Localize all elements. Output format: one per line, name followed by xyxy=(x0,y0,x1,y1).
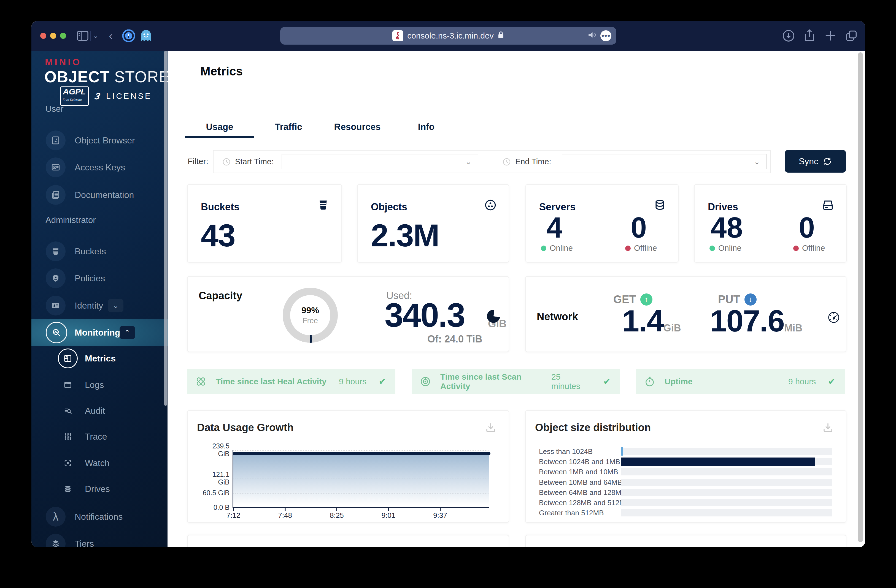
address-bar[interactable]: console.ns-3.ic.min.dev ••• xyxy=(280,27,616,45)
buckets-card: Buckets 43 xyxy=(187,184,342,263)
capacity-donut-text: 99% Free xyxy=(283,288,338,343)
objects-card: Objects 2.3M xyxy=(357,184,509,263)
zoom-window-button[interactable] xyxy=(60,33,66,39)
sidebar-scrollbar[interactable] xyxy=(164,51,167,406)
tab-resources[interactable]: Resources xyxy=(323,117,392,137)
minimize-window-button[interactable] xyxy=(50,33,56,39)
header-divider xyxy=(168,95,865,95)
identity-expand-chevron-icon[interactable]: ⌄ xyxy=(108,299,123,312)
y-tick-label: 121.1 GiB xyxy=(199,471,230,486)
onepassword-extension-icon[interactable] xyxy=(122,29,135,42)
new-tab-icon[interactable] xyxy=(824,30,836,41)
objects-count: 2.3M xyxy=(371,217,439,254)
heal-value: 9 hours xyxy=(339,377,366,386)
sidebar-item-tiers[interactable]: Tiers xyxy=(31,533,168,547)
scan-value: 25 minutes xyxy=(551,372,591,391)
browser-chrome: ⌄ ‹ console.ns-3.ic xyxy=(31,21,865,51)
speedometer-icon xyxy=(827,311,840,325)
drives-online-count: 48 xyxy=(710,211,743,244)
sidebar-item-logs[interactable]: Logs xyxy=(31,374,168,395)
sidebar-item-trace[interactable]: Trace xyxy=(31,426,168,447)
dist-track xyxy=(621,479,832,486)
servers-offline-count: 0 xyxy=(631,211,647,244)
sidebar-item-notifications[interactable]: λ Notifications xyxy=(31,506,168,527)
y-tick-label: 0.0 B xyxy=(199,503,230,511)
chevron-down-icon[interactable]: ⌄ xyxy=(93,32,98,40)
check-icon: ✔ xyxy=(379,376,386,387)
clock-icon xyxy=(222,158,231,167)
end-time-select[interactable]: ⌄ xyxy=(562,154,767,169)
servers-card: Servers 4 0 Online Offline xyxy=(526,184,679,263)
start-time-select[interactable]: ⌄ xyxy=(282,154,478,169)
dist-track xyxy=(621,489,832,496)
tab-traffic[interactable]: Traffic xyxy=(254,117,323,137)
tab-usage[interactable]: Usage xyxy=(185,117,254,137)
mute-audio-icon[interactable] xyxy=(588,31,596,41)
end-time-label: End Time: xyxy=(515,157,551,166)
tab-overview-icon[interactable] xyxy=(845,29,858,42)
download-chart-icon[interactable] xyxy=(485,422,497,435)
sidebar-item-identity[interactable]: Identity ⌄ xyxy=(31,295,168,316)
usage-line xyxy=(233,452,491,455)
dist-track xyxy=(621,499,832,506)
sidebar-item-documentation[interactable]: Documentation xyxy=(31,184,168,205)
sidebar-item-policies[interactable]: Policies xyxy=(31,268,168,289)
dist-row: Between 64MB and 128MB xyxy=(526,488,846,497)
sidebar-toggle-icon[interactable] xyxy=(76,30,89,41)
object-size-distribution-card: Object size distribution Less than 1024B… xyxy=(525,410,846,523)
license-label: LICENSE xyxy=(106,92,152,101)
main-content: Metrics Usage Traffic Resources Info Fil… xyxy=(168,51,865,547)
object-browser-icon xyxy=(46,131,66,150)
scan-activity-status: Time since last Scan Activity 25 minutes… xyxy=(411,369,620,394)
page-settings-icon[interactable]: ••• xyxy=(600,30,611,41)
dist-row: Less than 1024B xyxy=(526,447,846,456)
sidebar-item-object-browser[interactable]: Object Browser xyxy=(31,130,168,151)
downloads-icon[interactable] xyxy=(782,29,795,42)
buckets-count: 43 xyxy=(201,217,235,254)
policies-icon xyxy=(46,268,66,288)
servers-icon xyxy=(654,199,666,212)
monitoring-collapse-chevron-icon[interactable]: ⌃ xyxy=(120,326,135,339)
network-get-value: 1.4GiB xyxy=(622,303,681,339)
dist-track xyxy=(621,458,832,465)
page-title: Metrics xyxy=(200,64,243,78)
product-name: OBJECT STORE xyxy=(44,68,168,86)
main-scrollbar[interactable] xyxy=(858,52,863,542)
sidebar-item-drives[interactable]: Drives xyxy=(31,479,168,499)
stopwatch-icon xyxy=(644,376,655,387)
logs-icon xyxy=(61,378,75,392)
x-tick xyxy=(285,507,285,511)
offline-dot xyxy=(625,246,631,251)
sidebar-item-monitoring[interactable]: Monitoring ⌃ xyxy=(31,322,168,343)
partial-card xyxy=(187,535,509,547)
scan-label: Time since last Scan Activity xyxy=(440,372,551,391)
sidebar-item-metrics[interactable]: Metrics xyxy=(31,348,168,369)
sidebar-item-audit[interactable]: Audit xyxy=(31,400,168,421)
trace-icon xyxy=(61,430,75,443)
dist-bar xyxy=(621,457,815,466)
dist-track xyxy=(621,509,832,517)
notifications-lambda-icon: λ xyxy=(46,507,66,527)
dist-row: Between 128MB and 512MB xyxy=(526,498,846,507)
section-divider xyxy=(45,231,154,231)
back-icon[interactable]: ‹ xyxy=(109,30,113,42)
ghostery-extension-icon[interactable] xyxy=(140,29,152,42)
offline-dot xyxy=(793,246,799,251)
section-divider xyxy=(45,119,154,119)
audit-icon xyxy=(61,404,75,417)
share-icon[interactable] xyxy=(804,29,815,42)
monitoring-icon xyxy=(46,322,67,343)
usage-area-fill xyxy=(233,453,489,507)
sidebar-item-access-keys[interactable]: Access Keys xyxy=(31,157,168,178)
tab-bar: Usage Traffic Resources Info xyxy=(185,117,846,138)
close-window-button[interactable] xyxy=(40,33,46,39)
product-name-bold: OBJECT xyxy=(44,68,110,86)
sidebar-item-watch[interactable]: Watch xyxy=(31,453,168,474)
servers-online-count: 4 xyxy=(546,211,562,244)
bucket-icon xyxy=(317,199,329,212)
sidebar-item-buckets[interactable]: Buckets xyxy=(31,241,168,262)
download-chart-icon[interactable] xyxy=(822,422,834,435)
tab-info[interactable]: Info xyxy=(392,117,461,137)
filter-container: Start Time: ⌄ End Time: ⌄ xyxy=(213,150,771,173)
sync-button[interactable]: Sync xyxy=(785,150,846,173)
